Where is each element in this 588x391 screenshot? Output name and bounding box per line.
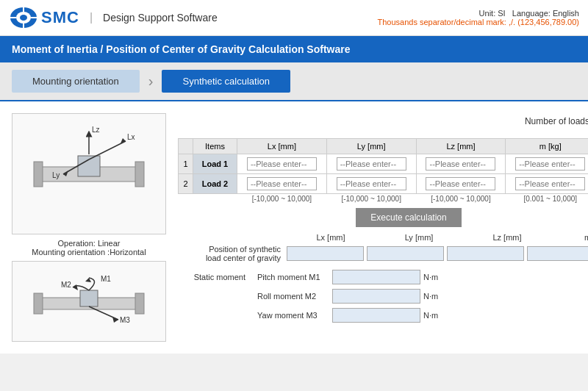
load2-name: Load 2 — [193, 174, 237, 194]
svg-rect-8 — [34, 162, 43, 187]
load2-lz-input[interactable] — [426, 177, 495, 190]
synthetic-calculation-btn[interactable]: Synthetic calculation — [162, 70, 290, 93]
yaw-unit: N·m — [423, 311, 438, 320]
roll-label: Roll moment M2 — [251, 292, 332, 301]
row-num-1: 1 — [179, 154, 193, 174]
main-content: Lz Lx Ly Operation: Linear Mounting orie… — [0, 101, 588, 354]
gravity-row: Position of syntheticload center of grav… — [178, 245, 588, 262]
svg-text:Lx: Lx — [127, 133, 135, 141]
actuator-diagram: Lz Lx Ly — [23, 119, 155, 229]
num-loads-label: Number of loads — [525, 116, 588, 126]
static-section: Static moment Pitch moment M1 N·m Roll m… — [178, 270, 588, 323]
load1-name: Load 1 — [193, 154, 237, 174]
mounting-orientation-btn[interactable]: Mounting orientation — [12, 70, 140, 93]
col-header-items: Items — [193, 139, 237, 154]
diagram-box-1: Lz Lx Ly — [12, 113, 166, 234]
static-moment-label: Static moment — [178, 273, 251, 281]
num-loads-row: Number of loads 2 1 3 4 — [178, 113, 588, 129]
load2-lx-cell — [237, 174, 327, 194]
moments-diagram: M1 M2 M3 — [23, 267, 155, 337]
svg-text:Lz: Lz — [92, 126, 100, 134]
table-row: 1 Load 1 📋 🗑 — [179, 154, 589, 174]
col-header-m: m [kg] — [506, 139, 588, 154]
loads-table: Items Lx [mm] Ly [mm] Lz [mm] m [kg] 1 L… — [178, 138, 588, 204]
load2-lx-input[interactable] — [247, 177, 317, 190]
col-header-ly: Ly [mm] — [326, 139, 416, 154]
load2-ly-input[interactable] — [337, 177, 406, 190]
smc-text: SMC — [41, 8, 79, 27]
load1-ly-input[interactable] — [337, 157, 406, 171]
row-num-2: 2 — [179, 174, 193, 194]
yaw-label: Yaw moment M3 — [251, 311, 332, 320]
svg-marker-29 — [112, 317, 118, 323]
logo-separator: | — [90, 11, 93, 24]
pitch-input[interactable] — [332, 270, 420, 284]
range-row: [-10,000 ~ 10,000] [-10,000 ~ 10,000] [-… — [179, 194, 589, 204]
top-bar: SMC | Design Support Software Unit: SI L… — [0, 0, 588, 36]
range-ly: [-10,000 ~ 10,000] — [326, 194, 416, 204]
range-lz: [-10,000 ~ 10,000] — [416, 194, 506, 204]
logo-svg — [9, 6, 38, 29]
svg-text:M2: M2 — [61, 281, 71, 289]
col-header-lz: Lz [mm] — [416, 139, 506, 154]
results-section: Lx [mm] Ly [mm] Lz [mm] m [kg] Position … — [178, 233, 588, 323]
roll-input[interactable] — [332, 289, 420, 304]
gravity-ly-input[interactable] — [367, 246, 444, 261]
gravity-m-input[interactable] — [527, 246, 588, 261]
svg-text:M1: M1 — [101, 275, 111, 283]
yaw-row: Yaw moment M3 N·m — [178, 308, 588, 323]
table-row: 2 Load 2 📋 🗑 — [179, 174, 589, 194]
load2-lz-cell — [416, 174, 506, 194]
page-title: Moment of Inertia / Position of Center o… — [0, 36, 588, 62]
roll-unit: N·m — [423, 292, 438, 301]
load2-m-input[interactable] — [515, 177, 585, 190]
range-empty — [179, 194, 237, 204]
diagram-box-2: M1 M2 M3 — [12, 261, 166, 342]
gravity-lx-input[interactable] — [287, 246, 364, 261]
result-col-m: m [kg] — [551, 233, 588, 242]
load1-lz-input[interactable] — [426, 157, 495, 171]
thousands-info: Thousands separator/decimal mark: ,/. (1… — [377, 18, 579, 26]
load1-lx-input[interactable] — [247, 157, 317, 171]
gravity-lz-input[interactable] — [447, 246, 524, 261]
svg-rect-21 — [34, 293, 43, 314]
unit-language: Unit: SI Language: English — [377, 9, 579, 18]
load1-m-cell — [506, 154, 588, 174]
load1-lx-cell — [237, 154, 327, 174]
roll-row: Roll moment M2 N·m — [178, 289, 588, 304]
svg-rect-23 — [80, 290, 98, 306]
svg-text:M3: M3 — [120, 316, 130, 324]
result-col-lz: Lz [mm] — [463, 233, 551, 242]
navigation-bar: Mounting orientation › Synthetic calcula… — [0, 62, 588, 101]
nav-arrow-icon: › — [148, 73, 154, 90]
operation-text: Operation: Linear Mounting orientation :… — [12, 239, 166, 257]
pitch-label: Pitch moment M1 — [251, 273, 332, 281]
execute-btn[interactable]: Execute calculation — [356, 208, 461, 227]
svg-rect-9 — [135, 162, 144, 187]
result-col-lx: Lx [mm] — [287, 233, 375, 242]
col-header-lx: Lx [mm] — [237, 139, 327, 154]
top-right-info: Unit: SI Language: English Thousands sep… — [377, 9, 579, 26]
svg-text:Ly: Ly — [52, 171, 60, 179]
load2-m-cell — [506, 174, 588, 194]
load1-ly-cell — [326, 154, 416, 174]
smc-logo: SMC — [9, 6, 79, 29]
logo-area: SMC | Design Support Software — [9, 6, 218, 29]
load1-m-input[interactable] — [515, 157, 585, 171]
left-panel: Lz Lx Ly Operation: Linear Mounting orie… — [12, 113, 166, 342]
pitch-row: Static moment Pitch moment M1 N·m — [178, 270, 588, 284]
col-header-empty — [179, 139, 193, 154]
pitch-unit: N·m — [423, 273, 438, 281]
range-m: [0.001 ~ 10,000] — [506, 194, 588, 204]
load2-ly-cell — [326, 174, 416, 194]
right-panel: Number of loads 2 1 3 4 Items Lx [mm] Ly… — [178, 113, 588, 342]
software-title: Design Support Software — [103, 12, 218, 24]
yaw-input[interactable] — [332, 308, 420, 323]
svg-line-13 — [89, 141, 126, 159]
range-lx: [-10,000 ~ 10,000] — [237, 194, 327, 204]
load1-lz-cell — [416, 154, 506, 174]
result-col-ly: Ly [mm] — [375, 233, 463, 242]
svg-rect-22 — [135, 293, 144, 314]
gravity-label: Position of syntheticload center of grav… — [178, 245, 287, 262]
svg-point-2 — [20, 15, 27, 21]
